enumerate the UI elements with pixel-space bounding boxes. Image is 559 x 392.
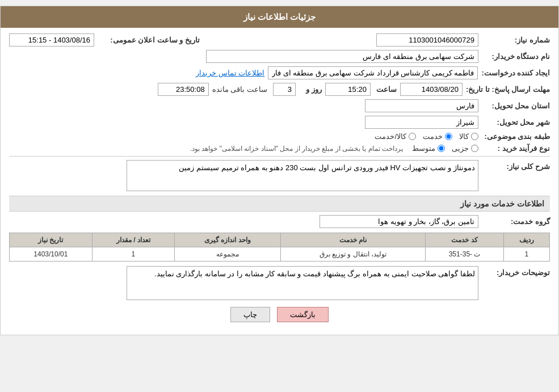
subject-khedmat-label: خدمت [423,132,443,141]
response-remaining-input [158,83,209,96]
province-label: استان محل تحویل: [482,102,550,110]
province-input [365,99,478,112]
province-row: استان محل تحویل: [9,99,550,112]
table-cell: مجموعه [175,247,280,262]
buyer-station-input [206,50,478,63]
table-cell: تولید، انتقال و توزیع برق [280,247,426,262]
col-code: کد خدمت [426,233,503,247]
print-button[interactable]: چاپ [230,307,270,322]
subject-radio-group: کالا خدمت کالا/خدمت [375,132,478,141]
purchase-radio-group: جزیی متوسط [412,144,478,153]
service-group-label: گروه خدمت: [482,217,550,226]
need-desc-label: شرح کلی نیاز: [482,160,550,171]
table-cell: 1403/10/01 [10,247,93,262]
purchase-jozvi-radio[interactable] [471,145,478,152]
subject-kala-khedmat-item: کالا/خدمت [375,132,416,141]
subject-kala-khedmat-radio[interactable] [409,133,416,140]
buyer-comments-textarea: لطفا گواهی صلاحیت ایمنی به همراه برگ پیش… [127,266,478,300]
table-cell: 1 [503,247,549,262]
creator-input [268,66,478,79]
response-days-input [273,83,296,96]
subject-kala-khedmat-label: کالا/خدمت [375,132,406,141]
need-desc-textarea: دمونتاژ و نصب تجهیزات HV فیدر ورودی تران… [127,160,478,191]
subject-khedmat-radio[interactable] [445,133,452,140]
purchase-motavaset-radio[interactable] [438,145,445,152]
city-label: شهر محل تحویل: [482,118,550,127]
buyer-station-label: نام دستگاه خریدار: [482,52,550,61]
table-cell: 1 [92,247,175,262]
services-table: ردیف کد خدمت نام خدمت واحد اندازه گیری ت… [9,233,550,262]
services-section-title: اطلاعات خدمات مورد نیاز [460,199,544,208]
subject-khedmat-item: خدمت [423,132,452,141]
city-input [365,116,478,129]
subject-kala-label: کالا [459,132,469,141]
response-remaining-label: ساعت باقی مانده [212,85,267,94]
creator-row: ایجاد کننده درخواست: اطلاعات تماس خریدار [9,66,550,79]
purchase-motavaset-item: متوسط [412,144,445,153]
response-deadline-label: مهلت ارسال پاسخ: تا تاریخ: [466,85,550,94]
response-deadline-row: مهلت ارسال پاسخ: تا تاریخ: ساعت روز و سا… [9,83,550,96]
col-row: ردیف [503,233,549,247]
response-time-input [325,83,371,96]
services-table-wrapper: ردیف کد خدمت نام خدمت واحد اندازه گیری ت… [9,233,550,262]
col-unit: واحد اندازه گیری [175,233,280,247]
services-table-body: 1ت -35-351تولید، انتقال و توزیع برقمجموع… [10,247,550,262]
purchase-motavaset-label: متوسط [412,144,435,153]
button-row: بازگشت چاپ [9,307,550,322]
need-number-row: شماره نیاز: تاریخ و ساعت اعلان عمومی: [9,33,550,47]
services-table-head: ردیف کد خدمت نام خدمت واحد اندازه گیری ت… [10,233,550,247]
page-wrapper: جزئیات اطلاعات نیاز شماره نیاز: تاریخ و … [0,6,559,335]
subject-row: طبقه بندی موضوعی: کالا خدمت کالا/خدمت [9,132,550,141]
buyer-comments-row: توضیحات خریدار: لطفا گواهی صلاحیت ایمنی … [9,266,550,300]
main-content: شماره نیاز: تاریخ و ساعت اعلان عمومی: نا… [1,28,558,335]
page-title: جزئیات اطلاعات نیاز [243,12,316,22]
services-section-heading: اطلاعات خدمات مورد نیاز [9,196,550,212]
divider-1 [9,156,550,157]
col-qty: تعداد / مقدار [92,233,175,247]
table-cell: ت -35-351 [426,247,503,262]
announce-date-input [9,33,94,47]
subject-kala-item: کالا [459,132,478,141]
services-table-header-row: ردیف کد خدمت نام خدمت واحد اندازه گیری ت… [10,233,550,247]
purchase-type-row: نوع فرآیند خرید : جزیی متوسط پرداخت تمام… [9,144,550,153]
response-time-label: ساعت [374,85,397,94]
response-date-input [400,83,463,96]
back-button[interactable]: بازگشت [277,307,329,322]
col-name: نام خدمت [280,233,426,247]
response-day-label: روز و [299,85,322,94]
purchase-jozvi-item: جزیی [452,144,478,153]
service-group-input [320,215,478,228]
announce-date-label: تاریخ و ساعت اعلان عمومی: [98,36,200,44]
subject-kala-radio[interactable] [471,133,478,140]
service-group-row: گروه خدمت: [9,215,550,228]
need-number-label: شماره نیاز: [482,36,550,44]
purchase-jozvi-label: جزیی [452,144,469,153]
subject-label: طبقه بندی موضوعی: [482,132,550,141]
purchase-type-label: نوع فرآیند خرید : [482,144,550,153]
page-header: جزئیات اطلاعات نیاز [1,6,558,28]
need-desc-row: شرح کلی نیاز: دمونتاژ و نصب تجهیزات HV ف… [9,160,550,191]
buyer-comments-label: توضیحات خریدار: [482,266,550,277]
city-row: شهر محل تحویل: [9,116,550,129]
col-date: تاریخ نیاز [10,233,93,247]
purchase-note: پرداخت تمام یا بخشی از مبلغ خریدار از مح… [190,145,403,153]
creator-label: ایجاد کننده درخواست: [481,69,550,77]
buyer-station-row: نام دستگاه خریدار: [9,50,550,63]
table-row: 1ت -35-351تولید، انتقال و توزیع برقمجموع… [10,247,550,262]
need-number-input [376,33,478,47]
contact-link[interactable]: اطلاعات تماس خریدار [196,69,264,77]
